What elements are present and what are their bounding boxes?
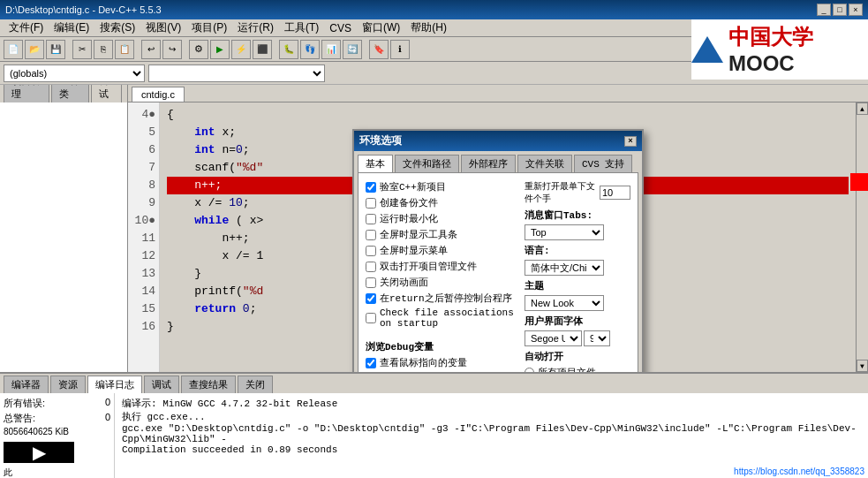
code-container[interactable]: 4● 5 6 7 8 9 10● 11 12 13 14 15 16	[128, 102, 868, 372]
dialog-body: 验室C++新项目 创建备份文件 运行时最小化	[358, 172, 638, 372]
dialog-title: 环境选项	[359, 133, 402, 148]
title-controls: _ □ ×	[817, 4, 863, 16]
check-file-assoc-input[interactable]	[366, 313, 376, 323]
tb-redo[interactable]: ↪	[162, 40, 182, 59]
tb-chart[interactable]: 📊	[321, 40, 341, 59]
check-minimize-label: 运行时最小化	[380, 212, 438, 225]
tb-compilerun[interactable]: ⚡	[231, 40, 251, 59]
tabs-select[interactable]: Top Bottom	[525, 224, 604, 240]
check-new-project-label: 验室C++新项目	[380, 180, 446, 193]
bottom-tab-compiler[interactable]: 编译器	[4, 376, 49, 393]
check-fullscreen-toolbar-input[interactable]	[366, 230, 376, 240]
output-line-4: Compilation succeeded in 0.89 seconds	[122, 444, 861, 455]
video-player[interactable]: ▶	[4, 442, 74, 463]
check-minimize-input[interactable]	[366, 214, 376, 224]
close-btn[interactable]: ×	[849, 4, 863, 16]
lang-label: 语言:	[525, 244, 630, 257]
dialog-tab-external[interactable]: 外部程序	[461, 155, 516, 172]
menu-window[interactable]: 窗口(W)	[357, 19, 405, 37]
bottom-tab-compile-log[interactable]: 编译日志	[87, 376, 142, 393]
errors-value: 0	[105, 397, 110, 410]
bottom-tab-search[interactable]: 查搜结果	[181, 376, 236, 393]
check-close-anim-label: 关闭动画面	[380, 276, 428, 289]
reopen-input[interactable]	[600, 186, 630, 200]
tb-stop[interactable]: ⬛	[253, 40, 272, 59]
output-line-3: gcc.exe "D:\Desktop\cntdig.c" -o "D:\Des…	[122, 423, 861, 444]
side-tab-bar: 项目管理 查看类 调试	[0, 85, 127, 102]
radio-all-label: 所有项目文件	[538, 366, 596, 372]
check-new-project-input[interactable]	[366, 182, 376, 193]
dialog-tab-assoc[interactable]: 文件关联	[517, 155, 572, 172]
bottom-tab-debug[interactable]: 调试	[144, 376, 179, 393]
theme-select[interactable]: New Look Classic	[525, 295, 604, 311]
check-fullscreen-menu: 全屏时显示菜单	[366, 244, 517, 257]
menu-cvs[interactable]: CVS	[324, 20, 357, 36]
warnings-value: 0	[105, 412, 110, 425]
tb-new[interactable]: 📄	[4, 40, 23, 59]
tb-bookmark[interactable]: 🔖	[369, 40, 389, 59]
globals-dropdown[interactable]: (globals)	[4, 64, 145, 82]
font-name-select[interactable]: Segoe UI	[525, 330, 582, 346]
tb-step[interactable]: 👣	[300, 40, 320, 59]
menu-run[interactable]: 运行(R)	[232, 19, 279, 37]
maximize-btn[interactable]: □	[833, 4, 847, 16]
menu-help[interactable]: 帮助(H)	[405, 19, 452, 37]
csdn-link[interactable]: https://blog.csdn.net/qq_3358823	[734, 467, 864, 476]
tb-info[interactable]: ℹ	[390, 40, 410, 59]
dialog-tab-files[interactable]: 文件和路径	[395, 155, 459, 172]
menu-file[interactable]: 文件(F)	[4, 19, 49, 37]
menu-project[interactable]: 项目(P)	[186, 19, 232, 37]
check-debug-var: 查看鼠标指向的变量	[366, 356, 517, 369]
file-dropdown[interactable]	[148, 64, 325, 82]
radio-all-projects[interactable]	[525, 368, 534, 372]
font-size-select[interactable]: 9	[584, 330, 610, 346]
tab-project[interactable]: 项目管理	[4, 85, 49, 102]
menu-tools[interactable]: 工具(T)	[279, 19, 324, 37]
bottom-tab-bar: 编译器 资源 编译日志 调试 查搜结果 关闭	[0, 374, 868, 393]
check-debug-var-input[interactable]	[366, 358, 376, 368]
title-text: D:\Desktop\cntdig.c - Dev-C++ 5.5.3	[5, 4, 162, 15]
dialog-tab-basic[interactable]: 基本	[358, 155, 393, 172]
check-close-anim-input[interactable]	[366, 277, 376, 288]
tab-debug[interactable]: 调试	[91, 85, 122, 102]
menu-view[interactable]: 视图(V)	[140, 19, 186, 37]
debug-section-label: 浏览Debug变量	[366, 340, 517, 353]
check-backup-input[interactable]	[366, 198, 376, 209]
tb-refresh[interactable]: 🔄	[343, 40, 362, 59]
warnings-label: 总警告:	[4, 412, 35, 425]
font-controls: Segoe UI 9	[525, 330, 630, 346]
mooc-triangle-icon	[691, 36, 723, 63]
tab-file-cntdig[interactable]: cntdig.c	[132, 87, 185, 102]
dialog-overlay: 环境选项 × 基本 文件和路径 外部程序 文件关联 CVS 支持	[128, 102, 868, 372]
menu-search[interactable]: 搜索(S)	[94, 19, 140, 37]
check-minimize: 运行时最小化	[366, 212, 517, 225]
tb-debug[interactable]: 🐛	[279, 40, 298, 59]
tb-save[interactable]: 💾	[46, 40, 65, 59]
menu-edit[interactable]: 编辑(E)	[49, 19, 94, 37]
tab-classview[interactable]: 查看类	[51, 85, 89, 102]
left-panel-content	[0, 102, 127, 372]
lang-select[interactable]: 简体中文/Chinese English	[525, 260, 604, 276]
check-doubleclick-input[interactable]	[366, 262, 376, 272]
tb-run[interactable]: ▶	[210, 40, 230, 59]
tb-copy[interactable]: ⎘	[94, 40, 113, 59]
tb-open[interactable]: 📂	[25, 40, 44, 59]
left-panel: 项目管理 查看类 调试	[0, 85, 128, 372]
dialog-close-btn[interactable]: ×	[624, 136, 637, 147]
check-fullscreen-menu-input[interactable]	[366, 246, 376, 256]
size-value: 8056640625 KiB	[4, 427, 69, 436]
check-pause-input[interactable]	[366, 293, 376, 304]
check-close-anim: 关闭动画面	[366, 276, 517, 289]
errors-row: 所有错误: 0	[4, 397, 110, 410]
tb-compile[interactable]: ⚙	[189, 40, 208, 59]
check-doubleclick: 双击打开项目管理文件	[366, 260, 517, 273]
dialog-tab-cvs[interactable]: CVS 支持	[574, 155, 632, 172]
check-new-project: 验室C++新项目	[366, 180, 517, 193]
tb-undo[interactable]: ↩	[141, 40, 161, 59]
app-window: D:\Desktop\cntdig.c - Dev-C++ 5.5.3 _ □ …	[0, 0, 868, 478]
tb-cut[interactable]: ✂	[72, 40, 92, 59]
bottom-tab-resources[interactable]: 资源	[50, 376, 86, 393]
minimize-btn[interactable]: _	[817, 4, 831, 16]
tb-paste[interactable]: 📋	[115, 40, 134, 59]
bottom-tab-close[interactable]: 关闭	[238, 376, 273, 393]
